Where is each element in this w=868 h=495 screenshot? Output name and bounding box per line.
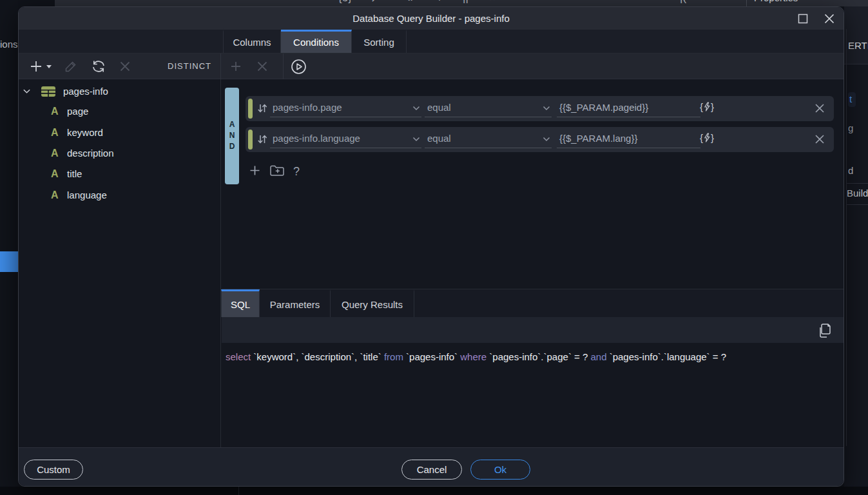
columns-icon: ||	[463, 0, 468, 5]
schema-tree-panel: pages-info A page A keyword A descriptio…	[19, 79, 221, 449]
clipped-text: d	[848, 165, 853, 176]
reorder-handle[interactable]	[256, 102, 268, 117]
dynamic-value-icon[interactable]: {}	[700, 132, 714, 143]
chevron-down-icon	[543, 137, 550, 142]
remove-condition-button[interactable]	[814, 133, 825, 148]
dynamic-value-icon[interactable]: {}	[700, 101, 714, 112]
copy-sql-button[interactable]	[817, 322, 833, 342]
tab-label: Parameters	[270, 299, 320, 310]
play-icon	[290, 58, 307, 75]
condition-operator-value: equal	[425, 131, 552, 146]
up-down-arrows-icon	[256, 102, 268, 114]
remove-distinct-button[interactable]	[256, 61, 268, 72]
lightning-icon	[704, 133, 710, 142]
tab-label: Sorting	[363, 37, 394, 48]
condition-row: pages-info.language equal {{$_PARAM.lang…	[246, 127, 834, 152]
refresh-icon	[91, 59, 106, 73]
run-query-button[interactable]	[290, 58, 307, 75]
up-down-arrows-icon	[256, 133, 268, 145]
close-icon	[256, 61, 268, 72]
ok-button[interactable]: Ok	[470, 460, 530, 480]
tree-node-column[interactable]: A keyword	[51, 127, 103, 139]
properties-panel-title: Properties	[754, 0, 798, 3]
condition-row: pages-info.page equal {{$_PARAM.pageid}}…	[246, 96, 834, 121]
cancel-button[interactable]: Cancel	[401, 460, 462, 480]
toolbar: DISTINCT	[19, 53, 844, 79]
background-bottom-edge	[0, 487, 868, 495]
divider	[846, 29, 847, 446]
sql-toolbar	[222, 317, 844, 343]
condition-value-input[interactable]: {{$_PARAM.lang}}	[557, 131, 700, 148]
tree-node-column[interactable]: A language	[51, 189, 107, 201]
tab-label: Columns	[233, 37, 271, 48]
add-distinct-button[interactable]	[229, 60, 242, 73]
screen: {o} ↗ » + || × |(~ ••• Properties ions E…	[0, 0, 868, 495]
sql-token: from	[384, 351, 403, 362]
sql-token: select	[226, 351, 251, 362]
sql-preview-area: select `keyword`, `description`, `title`…	[222, 343, 844, 447]
plus-icon	[229, 60, 242, 73]
close-button[interactable]	[824, 13, 835, 24]
tab-columns[interactable]: Columns	[223, 30, 281, 53]
tree-node-column[interactable]: A page	[51, 106, 88, 117]
divider	[746, 0, 747, 6]
background-left-edge: ions	[0, 0, 18, 495]
add-condition-group-button[interactable]	[269, 164, 285, 179]
column-name: title	[67, 168, 82, 179]
tree-node-pages-info[interactable]: pages-info	[23, 86, 108, 97]
help-icon[interactable]: ?	[293, 165, 300, 179]
add-column-button[interactable]	[29, 59, 43, 73]
clipped-text: g	[848, 122, 853, 133]
close-icon	[814, 102, 825, 114]
add-column-dropdown[interactable]	[46, 64, 52, 69]
maximize-button[interactable]	[797, 13, 809, 24]
condition-accent	[248, 130, 253, 150]
lightning-icon	[704, 102, 710, 112]
divider	[283, 53, 284, 79]
text-type-icon: A	[51, 189, 59, 200]
distinct-label: DISTINCT	[164, 53, 215, 79]
remove-condition-button[interactable]	[814, 102, 825, 117]
condition-field-select[interactable]: pages-info.language	[270, 131, 421, 148]
chevron-down-icon	[23, 87, 31, 95]
export-icon: ↗	[371, 0, 380, 5]
dialog-footer: Custom Cancel Ok	[19, 447, 844, 486]
refresh-button[interactable]	[91, 59, 106, 73]
condition-value-input[interactable]: {{$_PARAM.pageid}}	[557, 100, 700, 117]
copy-icon	[817, 322, 833, 339]
tab-sorting[interactable]: Sorting	[352, 30, 407, 53]
tab-parameters[interactable]: Parameters	[260, 289, 331, 317]
close-icon	[119, 61, 131, 72]
condition-operator-select[interactable]: equal	[425, 100, 552, 117]
background-right-edge: ERTI t g d Builde	[844, 6, 868, 487]
plus-icon	[249, 164, 261, 177]
condition-field-value: pages-info.language	[270, 131, 421, 146]
tab-label: Conditions	[293, 37, 339, 48]
sql-token: where	[460, 351, 487, 362]
clipped-label: ions	[0, 39, 17, 50]
condition-operator-select[interactable]: equal	[425, 131, 552, 148]
condition-field-select[interactable]: pages-info.page	[270, 100, 421, 117]
caret-down-icon	[46, 64, 52, 69]
add-condition-button[interactable]	[249, 164, 261, 179]
close-icon	[824, 13, 835, 24]
tab-query-results[interactable]: Query Results	[331, 289, 414, 317]
condition-group-operator[interactable]: AND	[225, 88, 239, 184]
reorder-handle[interactable]	[256, 133, 268, 148]
delete-column-button[interactable]	[119, 61, 131, 72]
tab-sql[interactable]: SQL	[221, 289, 260, 317]
edit-button[interactable]	[64, 59, 78, 73]
tab-conditions[interactable]: Conditions	[281, 30, 352, 53]
close-icon	[814, 133, 825, 145]
condition-value: {{$_PARAM.lang}}	[557, 131, 700, 146]
column-name: language	[67, 189, 107, 200]
selected-item-highlight	[0, 251, 18, 272]
condition-field-value: pages-info.page	[270, 100, 421, 115]
clipped-link-text: t	[848, 92, 856, 107]
divider	[220, 53, 221, 79]
sql-token: `pages-info`.`language` = ?	[607, 351, 727, 362]
sql-token: and	[590, 351, 606, 362]
tree-node-column[interactable]: A title	[51, 168, 82, 180]
tree-node-column[interactable]: A description	[51, 148, 114, 159]
custom-button[interactable]: Custom	[24, 460, 83, 480]
